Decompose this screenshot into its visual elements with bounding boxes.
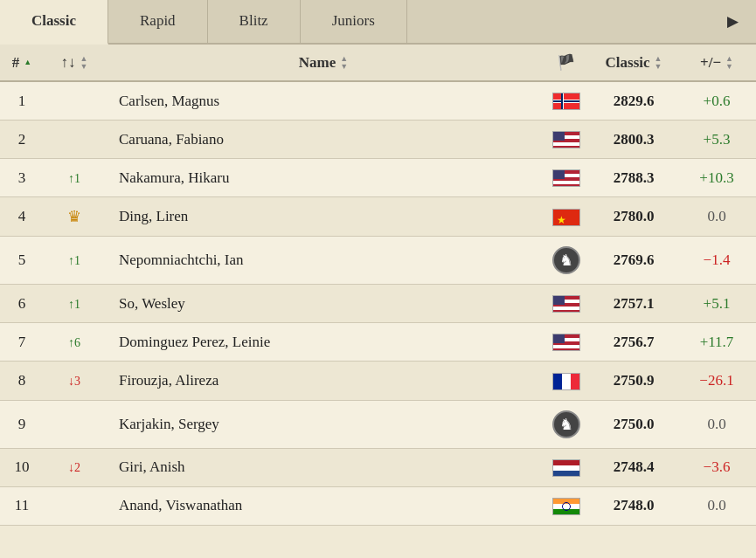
change-cell: ↑1 bbox=[44, 237, 105, 285]
table-row: 9 Karjakin, Sergey ♞ 2750.0 0.0 bbox=[0, 400, 756, 448]
col-diff[interactable]: +/− ▲ ▼ bbox=[677, 45, 756, 81]
diff-cell: −1.4 bbox=[677, 237, 756, 285]
diff-cell: +5.3 bbox=[677, 121, 756, 159]
change-cell bbox=[44, 486, 105, 525]
rank-down-icon: ↓2 bbox=[68, 461, 80, 474]
table-row: 3 ↑1 Nakamura, Hikaru 2788.3 +10.3 bbox=[0, 159, 756, 197]
rank-cell: 1 bbox=[0, 81, 44, 121]
name-cell[interactable]: Karjakin, Sergey bbox=[105, 400, 542, 448]
rank-up-icon: ↑1 bbox=[68, 298, 80, 311]
score-cell: 2750.0 bbox=[590, 400, 677, 448]
rank-cell: 6 bbox=[0, 285, 44, 323]
flag-cell: ♞ bbox=[542, 237, 590, 285]
rank-cell: 7 bbox=[0, 323, 44, 362]
diff-cell: +11.7 bbox=[677, 323, 756, 362]
table-row: 8 ↓3 Firouzja, Alireza 2750.9 −26.1 bbox=[0, 362, 756, 400]
flag-chn-icon bbox=[552, 209, 580, 226]
col-flag: 🏴 bbox=[542, 45, 590, 81]
tab-rapid[interactable]: Rapid bbox=[108, 0, 208, 43]
score-cell: 2780.0 bbox=[590, 197, 677, 237]
tab-juniors[interactable]: Juniors bbox=[301, 0, 407, 43]
table-body: 1 Carlsen, Magnus 2829.6 +0.6 2 Caruana,… bbox=[0, 81, 756, 525]
col-change[interactable]: ↑↓ ▲ ▼ bbox=[44, 45, 105, 81]
flag-cell bbox=[542, 323, 590, 362]
flag-cell: ♞ bbox=[542, 400, 590, 448]
name-cell[interactable]: Caruana, Fabiano bbox=[105, 121, 542, 159]
flag-cell bbox=[542, 362, 590, 400]
name-cell[interactable]: Anand, Viswanathan bbox=[105, 486, 542, 525]
diff-cell: +10.3 bbox=[677, 159, 756, 197]
name-cell[interactable]: Dominguez Perez, Leinie bbox=[105, 323, 542, 362]
col-rank[interactable]: # ▲ bbox=[0, 45, 44, 81]
score-cell: 2788.3 bbox=[590, 159, 677, 197]
diff-value: 0.0 bbox=[707, 208, 725, 224]
score-cell: 2750.9 bbox=[590, 362, 677, 400]
change-cell bbox=[44, 121, 105, 159]
change-cell: ♛ bbox=[44, 197, 105, 237]
name-cell[interactable]: Firouzja, Alireza bbox=[105, 362, 542, 400]
rank-up-icon: ↑6 bbox=[68, 336, 80, 349]
name-cell[interactable]: So, Wesley bbox=[105, 285, 542, 323]
change-cell: ↑1 bbox=[44, 285, 105, 323]
diff-cell: −26.1 bbox=[677, 362, 756, 400]
sort-score-down-icon: ▼ bbox=[655, 63, 662, 71]
tab-blitz[interactable]: Blitz bbox=[208, 0, 301, 43]
flag-cell bbox=[542, 448, 590, 486]
change-cell: ↑1 bbox=[44, 159, 105, 197]
score-cell: 2756.7 bbox=[590, 323, 677, 362]
change-cell: ↓3 bbox=[44, 362, 105, 400]
flag-ind-icon bbox=[552, 498, 580, 515]
name-cell[interactable]: Nakamura, Hikaru bbox=[105, 159, 542, 197]
crown-icon: ♛ bbox=[67, 208, 81, 225]
sort-up-icon: ▲ bbox=[24, 59, 31, 66]
chess-federation-icon: ♞ bbox=[552, 246, 580, 274]
flag-cell bbox=[542, 285, 590, 323]
rank-cell: 3 bbox=[0, 159, 44, 197]
rank-cell: 9 bbox=[0, 400, 44, 448]
table-row: 1 Carlsen, Magnus 2829.6 +0.6 bbox=[0, 81, 756, 121]
flag-cell bbox=[542, 486, 590, 525]
diff-value: −3.6 bbox=[704, 458, 731, 475]
flag-nor-icon bbox=[552, 93, 580, 110]
name-cell[interactable]: Ding, Liren bbox=[105, 197, 542, 237]
sort-updown-down-icon: ▼ bbox=[80, 63, 88, 71]
diff-value: +0.6 bbox=[704, 93, 731, 109]
flag-fra-icon bbox=[552, 373, 580, 390]
score-cell: 2748.4 bbox=[590, 448, 677, 486]
flag-cell bbox=[542, 159, 590, 197]
table-row: 7 ↑6 Dominguez Perez, Leinie 2756.7 +11.… bbox=[0, 323, 756, 362]
diff-value: +11.7 bbox=[700, 334, 734, 350]
flag-usa-icon bbox=[552, 131, 580, 148]
diff-value: +10.3 bbox=[699, 169, 733, 186]
score-cell: 2800.3 bbox=[590, 121, 677, 159]
name-cell[interactable]: Nepomniachtchi, Ian bbox=[105, 237, 542, 285]
col-name[interactable]: Name ▲ ▼ bbox=[105, 45, 542, 81]
rank-cell: 11 bbox=[0, 486, 44, 525]
rankings-table: # ▲ ↑↓ ▲ ▼ Name bbox=[0, 45, 756, 526]
chess-federation-icon: ♞ bbox=[552, 410, 580, 438]
score-cell: 2748.0 bbox=[590, 486, 677, 525]
rank-down-icon: ↓3 bbox=[68, 375, 80, 388]
tab-classic[interactable]: Classic bbox=[0, 0, 108, 45]
flag-usa-icon bbox=[552, 334, 580, 351]
diff-value: −1.4 bbox=[704, 251, 731, 268]
score-cell: 2769.6 bbox=[590, 237, 677, 285]
flag-usa-icon bbox=[552, 169, 580, 187]
table-row: 6 ↑1 So, Wesley 2757.1 +5.1 bbox=[0, 285, 756, 323]
table-row: 2 Caruana, Fabiano 2800.3 +5.3 bbox=[0, 121, 756, 159]
flag-cell bbox=[542, 121, 590, 159]
diff-cell: 0.0 bbox=[677, 400, 756, 448]
table-row: 5 ↑1 Nepomniachtchi, Ian ♞ 2769.6 −1.4 bbox=[0, 237, 756, 285]
rank-cell: 5 bbox=[0, 237, 44, 285]
diff-value: +5.1 bbox=[704, 295, 731, 312]
rank-up-icon: ↑1 bbox=[68, 172, 80, 185]
name-cell[interactable]: Carlsen, Magnus bbox=[105, 81, 542, 121]
name-cell[interactable]: Giri, Anish bbox=[105, 448, 542, 486]
col-score[interactable]: Classic ▲ ▼ bbox=[590, 45, 677, 81]
rank-up-icon: ↑1 bbox=[68, 254, 80, 267]
score-cell: 2829.6 bbox=[590, 81, 677, 121]
diff-value: 0.0 bbox=[707, 416, 725, 432]
tab-more[interactable]: ▶ bbox=[710, 0, 756, 43]
rank-cell: 2 bbox=[0, 121, 44, 159]
rank-cell: 4 bbox=[0, 197, 44, 237]
